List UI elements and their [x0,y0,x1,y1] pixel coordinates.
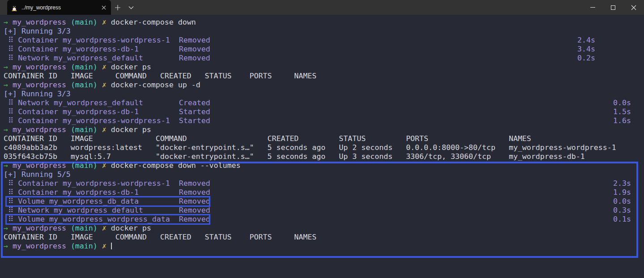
tux-penguin-icon [11,4,18,11]
window-controls [582,0,644,15]
prompt-line: → my_wordpress (main) ✗ docker-compose d… [0,18,644,27]
terminal-tab[interactable]: ../my_wordpress [7,0,111,15]
duration: 0.0s [613,197,631,206]
status-line: ⠿ Volume my_wordpress_wordpress_data Rem… [0,215,644,224]
text-segment [66,18,71,26]
duration: 2.3s [613,179,631,188]
new-tab-button[interactable] [111,0,124,15]
text-segment: docker-compose down --volumes [107,161,241,170]
maximize-button[interactable] [603,0,623,15]
running-line: [+] Running 3/3 [0,27,644,36]
text-segment [66,242,71,250]
prompt-line: → my_wordpress (main) ✗ docker-compose d… [0,161,644,170]
prompt-line: → my_wordpress (main) ✗ docker ps [0,125,644,134]
text-segment: ✗ [102,125,107,134]
status-line: ⠿ Container my_wordpress-db-1 Started1.5… [0,107,644,116]
text-segment [98,18,102,26]
text-segment: ⠿ Container my_wordpress-wordpress-1 Rem… [4,36,210,44]
text-segment: docker-compose down [107,18,196,26]
text-segment: docker ps [107,125,151,134]
ps-row: c4089abb3a2b wordpress:latest "docker-en… [0,143,644,152]
text-segment: ⠿ Container my_wordpress-db-1 Removed [4,188,210,197]
text-segment: (main) [71,18,98,26]
text-segment: docker ps [107,63,151,71]
duration: 3.4s [577,45,595,54]
terminal-body[interactable]: → my_wordpress (main) ✗ docker-compose d… [0,15,644,278]
terminal-cursor [111,243,112,249]
ps-header-line: CONTAINER ID IMAGE COMMAND CREATED STATU… [0,72,644,81]
minimize-button[interactable] [582,0,603,15]
status-line: ⠿ Container my_wordpress-db-1 Removed3.4… [0,45,644,54]
duration: 0.1s [613,215,631,224]
text-segment: my_wordpress [13,125,66,134]
text-segment: → [4,18,13,26]
ps-header-line: CONTAINER ID IMAGE COMMAND CREATED STATU… [0,134,644,143]
text-segment: CONTAINER ID IMAGE COMMAND CREATED STATU… [4,134,531,143]
text-segment: [+] Running 3/3 [4,90,71,98]
text-segment [66,63,71,71]
text-segment [66,161,71,170]
text-segment [98,63,102,71]
prompt-line: → my_wordpress (main) ✗ [0,242,644,251]
text-segment [98,81,102,89]
text-segment: ✗ [102,18,107,26]
text-segment: ✗ [102,224,107,232]
maximize-icon [611,5,615,10]
text-segment: (main) [71,161,98,170]
text-segment: → [4,81,13,89]
duration: 1.9s [613,188,631,197]
text-segment: c4089abb3a2b wordpress:latest "docker-en… [4,143,616,152]
text-segment [98,125,102,134]
text-segment: → [4,161,13,170]
duration: 1.5s [613,107,631,116]
running-line: [+] Running 3/3 [0,90,644,98]
text-segment: CONTAINER ID IMAGE COMMAND CREATED STATU… [4,72,316,80]
status-line: ⠿ Container my_wordpress-wordpress-1 Sta… [0,116,644,125]
text-segment: ✗ [102,242,107,250]
text-segment [98,161,102,170]
status-line: ⠿ Network my_wordpress_default Removed0.… [0,54,644,63]
text-segment: my_wordpress [13,63,66,71]
tab-close-icon[interactable] [100,4,107,11]
text-segment [98,242,102,250]
text-segment: ✗ [102,63,107,71]
tab-dropdown-button[interactable] [124,0,138,15]
close-button[interactable] [623,0,644,15]
duration: 0.0s [613,98,631,107]
text-segment: my_wordpress [13,224,66,232]
text-segment: my_wordpress [13,81,66,89]
running-line: [+] Running 5/5 [0,170,644,179]
text-segment [107,242,111,250]
close-icon [631,5,636,10]
text-segment: ⠿ Network my_wordpress_default Removed [4,54,210,62]
text-segment: (main) [71,81,98,89]
text-segment: (main) [71,224,98,232]
text-segment [66,81,71,89]
text-segment: → [4,224,13,232]
chevron-down-icon [128,6,134,9]
prompt-line: → my_wordpress (main) ✗ docker ps [0,224,644,233]
prompt-line: → my_wordpress (main) ✗ docker-compose u… [0,81,644,90]
plus-icon [115,5,120,10]
text-segment: ⠿ Network my_wordpress_default Removed [4,206,210,214]
text-segment: → [4,63,13,71]
text-segment: ⠿ Network my_wordpress_default Created [4,98,210,107]
text-segment: → [4,242,13,250]
text-segment: [+] Running 3/3 [4,27,71,35]
text-segment: (main) [71,242,98,250]
text-segment: docker-compose up -d [107,81,200,89]
text-segment: (main) [71,125,98,134]
text-segment: ⠿ Container my_wordpress-db-1 Removed [4,45,210,53]
text-segment [66,224,71,232]
status-line: ⠿ Network my_wordpress_default Removed0.… [0,206,644,215]
text-segment: ✗ [102,161,107,170]
text-segment: docker ps [107,224,151,232]
text-segment: ⠿ Container my_wordpress-wordpress-1 Sta… [4,116,210,125]
minimize-icon [590,7,595,8]
text-segment: my_wordpress [13,161,66,170]
text-segment: ⠿ Volume my_wordpress_wordpress_data Rem… [4,215,210,223]
text-segment: ⠿ Volume my_wordpress_db_data Removed [4,197,210,205]
text-segment: ⠿ Container my_wordpress-db-1 Started [4,107,210,116]
status-line: ⠿ Container my_wordpress-wordpress-1 Rem… [0,179,644,188]
duration: 0.3s [613,206,631,215]
